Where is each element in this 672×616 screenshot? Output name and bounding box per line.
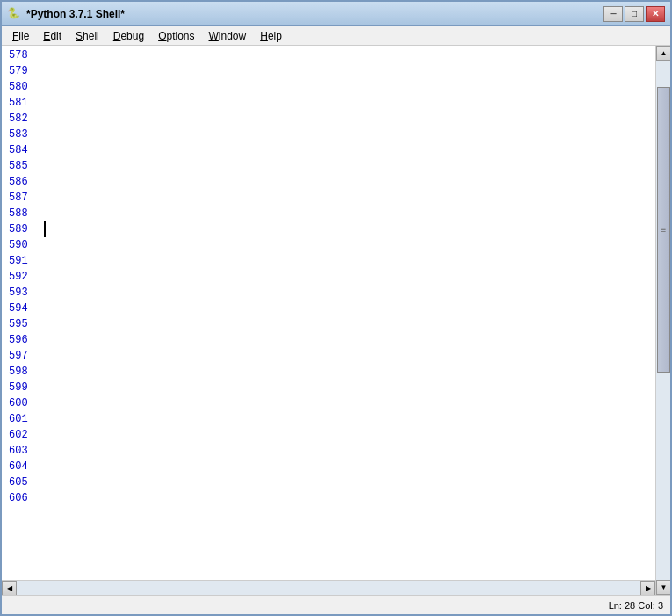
line-number: 599 [2,380,46,395]
code-line: 601 [2,411,655,427]
code-line: 589 [2,221,655,237]
line-number: 593 [2,285,46,301]
line-number: 586 [2,174,46,190]
line-number: 585 [2,158,46,174]
h-scroll-right[interactable]: ▶ [640,581,655,596]
line-number: 602 [2,427,46,443]
line-number: 601 [2,411,46,427]
line-number: 604 [2,459,46,475]
v-scroll-thumb[interactable]: ≡ [657,87,670,373]
code-line: 603 [2,443,655,459]
line-number: 597 [2,348,46,364]
code-line: 593 [2,285,655,301]
title-bar-controls: ─ □ ✕ [603,6,665,22]
code-line: 595 [2,316,655,332]
code-line: 588 [2,206,655,221]
v-scroll-up[interactable]: ▲ [656,46,670,61]
line-number: 583 [2,127,46,142]
h-scroll-track[interactable] [17,581,640,596]
line-number: 584 [2,142,46,158]
line-number: 578 [2,47,46,63]
line-number: 590 [2,237,46,253]
menu-window[interactable]: Window [202,28,254,44]
line-number: 605 [2,475,46,490]
content-area: 5785795805815825835845855865875885895905… [2,46,670,595]
menu-shell[interactable]: Shell [69,28,106,44]
app-icon: 🐍 [7,7,21,21]
code-line: 596 [2,332,655,348]
line-number: 596 [2,332,46,348]
scroll-grip-icon: ≡ [658,88,669,372]
minimize-button[interactable]: ─ [603,6,623,22]
code-line: 605 [2,475,655,490]
code-line: 606 [2,490,655,506]
code-line: 598 [2,364,655,380]
menu-file[interactable]: File [5,28,36,44]
code-line: 591 [2,253,655,269]
line-number: 581 [2,95,46,111]
line-number: 580 [2,79,46,95]
line-number: 589 [2,221,46,237]
code-line: 587 [2,190,655,206]
status-bar: Ln: 28 Col: 3 [2,595,670,614]
line-number: 603 [2,443,46,459]
window-title: *Python 3.7.1 Shell* [26,8,125,20]
maximize-button[interactable]: □ [625,6,644,22]
title-bar-left: 🐍 *Python 3.7.1 Shell* [7,7,125,21]
code-line: 580 [2,79,655,95]
title-bar: 🐍 *Python 3.7.1 Shell* ─ □ ✕ [2,2,670,26]
line-number: 606 [2,490,46,506]
cursor-position: Ln: 28 Col: 3 [609,600,663,611]
editor-container: 5785795805815825835845855865875885895905… [2,46,655,595]
v-scroll-track[interactable]: ≡ [656,61,670,580]
line-number: 587 [2,190,46,206]
line-number: 594 [2,301,46,316]
code-line: 594 [2,301,655,316]
code-line: 600 [2,395,655,411]
vertical-scrollbar[interactable]: ▲ ≡ ▼ [655,46,670,595]
line-number: 598 [2,364,46,380]
editor-scroll[interactable]: 5785795805815825835845855865875885895905… [2,46,655,580]
code-line: 582 [2,111,655,127]
line-content: 5785795805815825835845855865875885895905… [2,46,655,580]
h-scroll-left[interactable]: ◀ [2,581,17,596]
code-line: 584 [2,142,655,158]
v-scroll-down[interactable]: ▼ [656,580,670,595]
line-number: 588 [2,206,46,221]
line-number: 579 [2,63,46,79]
menu-help[interactable]: Help [253,28,289,44]
code-line: 599 [2,380,655,395]
code-line: 590 [2,237,655,253]
main-window: 🐍 *Python 3.7.1 Shell* ─ □ ✕ File Edit S… [0,0,672,616]
menu-edit[interactable]: Edit [36,28,69,44]
close-button[interactable]: ✕ [646,6,665,22]
code-line: 597 [2,348,655,364]
code-line: 581 [2,95,655,111]
code-line: 592 [2,269,655,285]
line-number: 595 [2,316,46,332]
code-line: 579 [2,63,655,79]
code-line: 585 [2,158,655,174]
menu-options[interactable]: Options [151,28,201,44]
code-line: 602 [2,427,655,443]
code-line: 586 [2,174,655,190]
menu-bar: File Edit Shell Debug Options Window Hel… [2,26,670,46]
code-line: 578 [2,47,655,63]
code-line: 604 [2,459,655,475]
line-number: 591 [2,253,46,269]
line-number: 592 [2,269,46,285]
line-number: 600 [2,395,46,411]
code-line: 583 [2,127,655,142]
horizontal-scrollbar[interactable]: ◀ ▶ [2,580,655,595]
line-number: 582 [2,111,46,127]
menu-debug[interactable]: Debug [106,28,151,44]
